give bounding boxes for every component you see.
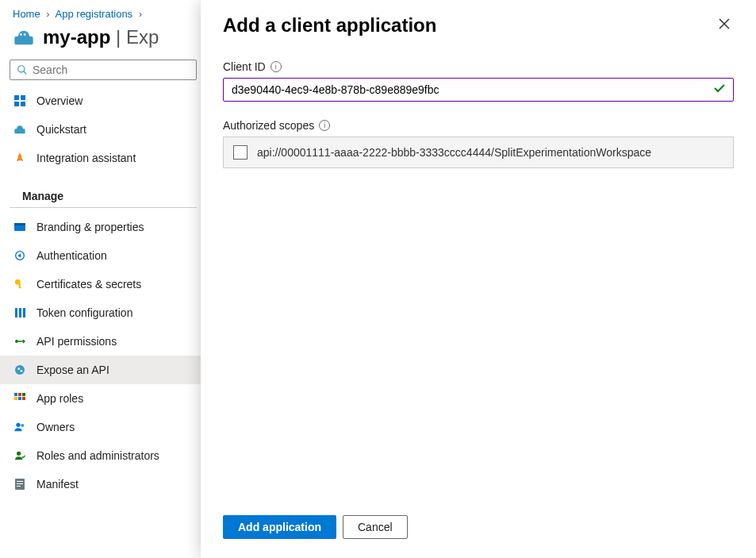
add-application-button[interactable]: Add application xyxy=(223,515,336,539)
token-icon xyxy=(13,306,27,320)
close-button[interactable] xyxy=(715,14,734,36)
info-icon[interactable]: i xyxy=(319,120,330,131)
breadcrumb-separator: › xyxy=(46,8,49,20)
sidebar-item-label: API permissions xyxy=(36,335,117,348)
sidebar-item-label: Owners xyxy=(36,421,75,433)
sidebar-item-label: Integration assistant xyxy=(36,152,136,164)
svg-rect-24 xyxy=(14,397,17,400)
svg-rect-6 xyxy=(14,102,19,106)
rocket-icon xyxy=(13,151,27,165)
sidebar-item-label: App roles xyxy=(36,392,83,405)
quickstart-icon xyxy=(13,122,27,137)
svg-rect-21 xyxy=(14,393,17,396)
svg-point-20 xyxy=(21,370,23,372)
svg-rect-31 xyxy=(17,481,23,482)
app-icon xyxy=(13,26,35,48)
search-input[interactable] xyxy=(33,63,190,76)
owners-icon xyxy=(13,420,27,434)
sidebar-item-branding[interactable]: Branding & properties xyxy=(0,213,206,241)
svg-rect-14 xyxy=(15,308,17,317)
overview-icon xyxy=(13,94,27,108)
sidebar-item-label: Authentication xyxy=(36,249,107,262)
svg-rect-23 xyxy=(22,393,25,396)
branding-icon xyxy=(13,220,27,234)
client-id-input[interactable] xyxy=(223,78,734,102)
svg-rect-22 xyxy=(18,393,21,396)
scope-value: api://00001111-aaaa-2222-bbbb-3333cccc44… xyxy=(257,146,651,159)
sidebar-item-authentication[interactable]: Authentication xyxy=(0,241,206,270)
breadcrumb: Home › App registrations › xyxy=(0,0,206,25)
breadcrumb-home[interactable]: Home xyxy=(13,8,40,20)
key-icon xyxy=(13,277,27,291)
info-icon[interactable]: i xyxy=(271,61,282,72)
sidebar-nav: Overview Quickstart Integration assistan… xyxy=(0,87,206,511)
app-name: my-app xyxy=(43,26,110,48)
sidebar-item-quickstart[interactable]: Quickstart xyxy=(0,115,206,144)
svg-rect-16 xyxy=(23,308,25,317)
svg-rect-33 xyxy=(17,486,21,487)
svg-rect-7 xyxy=(21,102,25,106)
svg-rect-15 xyxy=(19,308,21,317)
scopes-label: Authorized scopes i xyxy=(223,119,734,132)
sidebar-item-overview[interactable]: Overview xyxy=(0,87,206,115)
search-box[interactable] xyxy=(10,60,197,80)
sidebar-item-manifest[interactable]: Manifest xyxy=(0,470,206,498)
expose-api-icon xyxy=(13,363,27,377)
sidebar-item-roles-admin[interactable]: Roles and administrators xyxy=(0,441,206,470)
sidebar-item-label: Token configuration xyxy=(36,306,132,319)
page-title-row: my-app | Exp xyxy=(0,25,206,60)
breadcrumb-separator: › xyxy=(139,8,142,20)
svg-rect-4 xyxy=(14,95,19,100)
page-title: my-app | Exp xyxy=(43,26,159,48)
svg-point-18 xyxy=(15,365,25,375)
svg-point-19 xyxy=(17,368,20,370)
sidebar-item-integration[interactable]: Integration assistant xyxy=(0,144,206,172)
scope-row: api://00001111-aaaa-2222-bbbb-3333cccc44… xyxy=(223,137,734,168)
panel-title: Add a client application xyxy=(223,14,436,37)
svg-point-0 xyxy=(20,33,22,36)
check-icon xyxy=(713,82,726,98)
svg-rect-32 xyxy=(17,483,23,484)
sidebar-item-app-roles[interactable]: App roles xyxy=(0,384,206,413)
svg-rect-26 xyxy=(22,397,25,400)
search-icon xyxy=(17,64,28,75)
cancel-button[interactable]: Cancel xyxy=(343,515,408,539)
svg-point-2 xyxy=(18,66,25,72)
page-section: Exp xyxy=(126,26,159,48)
page-title-sep: | xyxy=(110,26,126,48)
sidebar-item-label: Branding & properties xyxy=(36,221,144,233)
sidebar-item-label: Expose an API xyxy=(36,364,109,376)
close-icon xyxy=(718,17,731,30)
svg-rect-5 xyxy=(21,95,25,100)
sidebar-section-manage: Manage xyxy=(10,179,197,208)
app-roles-icon xyxy=(13,391,27,406)
roles-admin-icon xyxy=(13,448,27,463)
manifest-icon xyxy=(13,477,27,491)
sidebar-item-label: Roles and administrators xyxy=(36,449,159,462)
api-perm-icon xyxy=(13,334,27,348)
svg-point-1 xyxy=(24,33,26,36)
svg-rect-25 xyxy=(18,397,21,400)
add-client-app-panel: Add a client application Client ID i Aut… xyxy=(201,0,756,558)
sidebar-item-label: Manifest xyxy=(36,478,79,491)
svg-point-29 xyxy=(17,452,21,456)
svg-point-17 xyxy=(15,340,18,343)
sidebar-item-expose-api[interactable]: Expose an API xyxy=(0,356,206,384)
sidebar-item-label: Quickstart xyxy=(36,123,86,136)
svg-line-3 xyxy=(24,71,27,75)
sidebar-item-label: Certificates & secrets xyxy=(36,278,141,291)
sidebar-item-owners[interactable]: Owners xyxy=(0,413,206,441)
svg-point-28 xyxy=(21,424,24,427)
scope-checkbox[interactable] xyxy=(233,145,248,160)
svg-rect-9 xyxy=(14,223,25,225)
sidebar-item-token[interactable]: Token configuration xyxy=(0,298,206,327)
sidebar-item-label: Overview xyxy=(36,94,83,107)
svg-point-27 xyxy=(16,423,20,427)
sidebar-item-api-permissions[interactable]: API permissions xyxy=(0,327,206,356)
sidebar-item-certificates[interactable]: Certificates & secrets xyxy=(0,270,206,298)
auth-icon xyxy=(13,248,27,263)
svg-rect-13 xyxy=(19,287,21,287)
client-id-label: Client ID i xyxy=(223,60,734,73)
breadcrumb-app-registrations[interactable]: App registrations xyxy=(56,8,133,20)
